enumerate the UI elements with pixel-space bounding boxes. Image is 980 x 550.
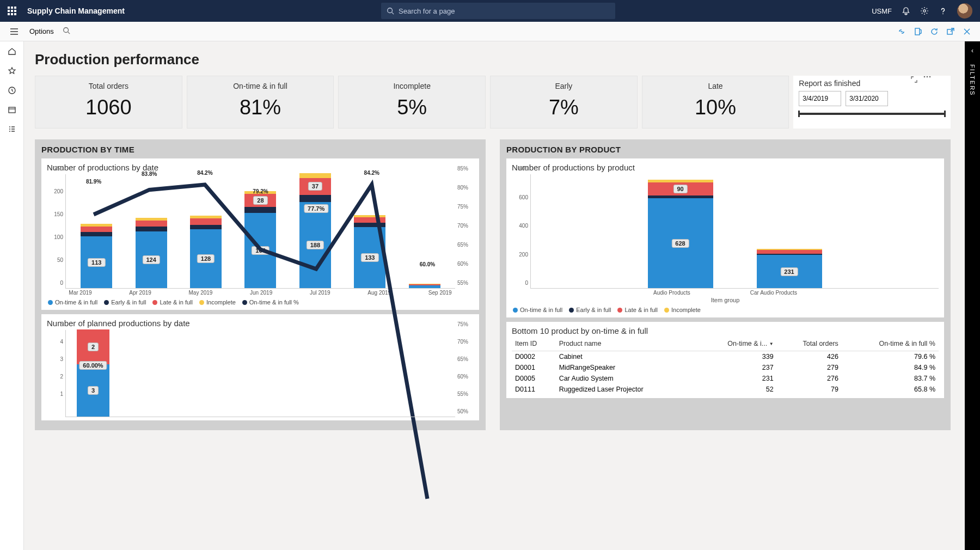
- kpi-early[interactable]: Early 7%: [490, 76, 638, 129]
- global-search[interactable]: Search for a page: [381, 3, 615, 19]
- refresh-icon[interactable]: [930, 27, 939, 36]
- chart-productions-by-product[interactable]: Number of productions by product 0200400…: [506, 158, 944, 317]
- col-pct[interactable]: On-time & in full %: [842, 338, 939, 351]
- popout-icon[interactable]: [946, 27, 955, 36]
- expand-icon[interactable]: [910, 76, 918, 83]
- page-title: Production performance: [35, 51, 951, 68]
- svg-point-2: [923, 10, 926, 12]
- notifications-icon[interactable]: [902, 7, 910, 15]
- kpi-on-time-full[interactable]: On-time & in full 81%: [187, 76, 334, 129]
- kpi-date-filter: Report as finished: [793, 76, 951, 129]
- panel-production-by-product: PRODUCTION BY PRODUCT Number of producti…: [500, 139, 951, 430]
- svg-point-14: [927, 76, 928, 78]
- svg-rect-9: [947, 29, 952, 34]
- col-total[interactable]: Total orders: [777, 338, 842, 351]
- svg-point-15: [929, 76, 931, 78]
- app-launcher-icon[interactable]: [0, 0, 24, 22]
- svg-point-6: [64, 27, 69, 32]
- search-icon: [387, 7, 394, 15]
- more-icon[interactable]: [923, 76, 931, 78]
- legend-time: On-time & in full Early & in full Late &…: [47, 296, 474, 307]
- table-row[interactable]: D0005Car Audio System23127683.7 %: [512, 373, 939, 384]
- content-area: Production performance Total orders 1060…: [24, 41, 965, 550]
- svg-line-7: [68, 32, 70, 34]
- table-row[interactable]: D0111Ruggedized Laser Projector527965.8 …: [512, 384, 939, 395]
- help-icon[interactable]: [939, 7, 947, 15]
- kpi-row: Total orders 1060 On-time & in full 81% …: [35, 76, 951, 129]
- svg-rect-8: [915, 28, 920, 35]
- table-row[interactable]: D0001MidRangeSpeaker23727984.9 %: [512, 362, 939, 373]
- svg-line-1: [392, 13, 394, 15]
- col-item-id[interactable]: Item ID: [512, 338, 556, 351]
- app-title: Supply Chain Management: [27, 7, 125, 15]
- table-bottom-products: Bottom 10 product by on-time & in full I…: [506, 322, 944, 398]
- svg-point-0: [388, 8, 393, 13]
- kpi-total-orders[interactable]: Total orders 1060: [35, 76, 182, 129]
- col-otif[interactable]: On-time & i... ▼: [696, 338, 777, 351]
- favorites-icon[interactable]: [0, 61, 24, 81]
- workspaces-icon[interactable]: [0, 100, 24, 120]
- kpi-incomplete[interactable]: Incomplete 5%: [338, 76, 486, 129]
- panel-production-by-time: PRODUCTION BY TIME Number of productions…: [35, 139, 486, 430]
- company-code[interactable]: USMF: [872, 7, 892, 15]
- action-search-icon[interactable]: [63, 27, 70, 36]
- kpi-late[interactable]: Late 10%: [642, 76, 789, 129]
- action-bar: Options: [0, 22, 980, 41]
- hamburger-icon[interactable]: [4, 28, 24, 35]
- date-from-input[interactable]: [799, 91, 841, 106]
- link-icon[interactable]: [897, 27, 906, 36]
- filters-rail[interactable]: ‹ FILTERS: [965, 41, 980, 550]
- svg-point-13: [924, 76, 926, 78]
- settings-icon[interactable]: [920, 7, 929, 15]
- modules-icon[interactable]: [0, 120, 24, 139]
- svg-rect-11: [9, 107, 15, 113]
- date-to-input[interactable]: [846, 91, 888, 106]
- close-icon[interactable]: [963, 27, 971, 36]
- user-avatar[interactable]: [957, 3, 972, 19]
- table-row[interactable]: D0002Cabinet33942679.6 %: [512, 351, 939, 363]
- recent-icon[interactable]: [0, 81, 24, 100]
- date-range-slider[interactable]: [799, 113, 945, 115]
- sort-desc-icon: ▼: [769, 341, 774, 346]
- chart-productions-by-date[interactable]: Number of productions by date 0501001502…: [41, 158, 479, 310]
- home-icon[interactable]: [0, 41, 24, 61]
- top-navbar: Supply Chain Management Search for a pag…: [0, 0, 980, 22]
- left-rail: [0, 41, 24, 550]
- chart-planned-productions[interactable]: Number of planned productions by date 12…: [41, 314, 479, 420]
- col-product-name[interactable]: Product name: [556, 338, 696, 351]
- search-placeholder: Search for a page: [399, 7, 455, 15]
- office-icon[interactable]: [914, 27, 922, 36]
- chevron-left-icon: ‹: [971, 47, 973, 54]
- options-menu[interactable]: Options: [24, 27, 59, 35]
- legend-product: On-time & in full Early & in full Late &…: [512, 303, 939, 314]
